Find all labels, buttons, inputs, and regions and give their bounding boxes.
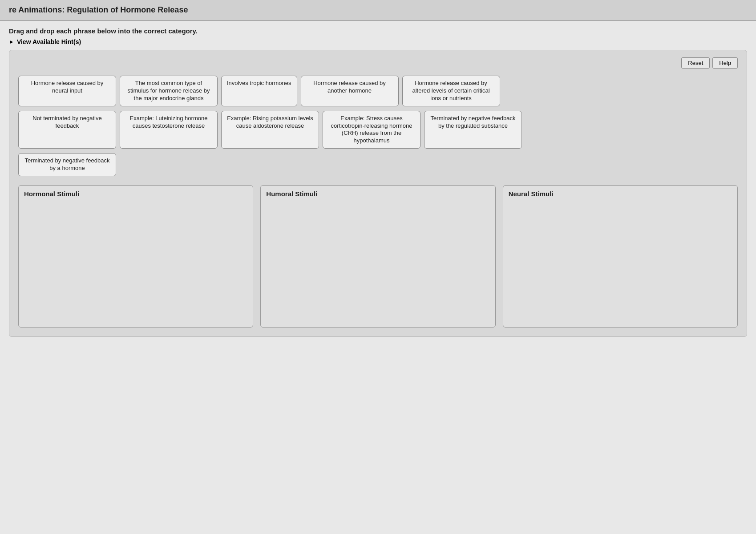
- phrase-luteinizing[interactable]: Example: Luteinizing hormone causes test…: [120, 111, 218, 149]
- phrase-ions-nutrients[interactable]: Hormone release caused by altered levels…: [402, 76, 500, 106]
- phrases-area: Hormone release caused by neural input T…: [18, 76, 738, 176]
- phrases-row-3: Terminated by negative feedback by a hor…: [18, 153, 738, 176]
- humoral-stimuli-title: Humoral Stimuli: [266, 190, 489, 198]
- reset-button[interactable]: Reset: [681, 57, 710, 69]
- drop-zones-container: Hormonal Stimuli Humoral Stimuli Neural …: [18, 185, 738, 328]
- help-button[interactable]: Help: [712, 57, 738, 69]
- phrase-stress-crh[interactable]: Example: Stress causes corticotropin-rel…: [323, 111, 420, 149]
- neural-stimuli-title: Neural Stimuli: [509, 190, 732, 198]
- main-container: Reset Help Hormone release caused by neu…: [9, 50, 747, 337]
- page-title: re Animations: Regulation of Hormone Rel…: [0, 0, 756, 21]
- phrase-another-hormone[interactable]: Hormone release caused by another hormon…: [301, 76, 399, 106]
- toolbar: Reset Help: [18, 57, 738, 69]
- phrase-potassium[interactable]: Example: Rising potassium levels cause a…: [221, 111, 319, 149]
- phrase-not-terminated[interactable]: Not terminated by negative feedback: [18, 111, 116, 149]
- drop-zone-neural[interactable]: Neural Stimuli: [503, 185, 738, 328]
- phrase-terminated-hormone[interactable]: Terminated by negative feedback by a hor…: [18, 153, 116, 176]
- phrase-terminated-regulated[interactable]: Terminated by negative feedback by the r…: [424, 111, 522, 149]
- phrases-row-2: Not terminated by negative feedback Exam…: [18, 111, 738, 149]
- hint-arrow-icon: ►: [9, 39, 14, 45]
- drop-zone-hormonal[interactable]: Hormonal Stimuli: [18, 185, 253, 328]
- hint-toggle[interactable]: ► View Available Hint(s): [0, 36, 756, 50]
- instructions-text: Drag and drop each phrase below into the…: [0, 21, 756, 36]
- phrases-row-1: Hormone release caused by neural input T…: [18, 76, 738, 106]
- hormonal-stimuli-title: Hormonal Stimuli: [24, 190, 247, 198]
- phrase-tropic-hormones[interactable]: Involves tropic hormones: [221, 76, 297, 106]
- phrase-neural-input[interactable]: Hormone release caused by neural input: [18, 76, 116, 106]
- hint-label: View Available Hint(s): [17, 38, 81, 45]
- drop-zone-humoral[interactable]: Humoral Stimuli: [260, 185, 495, 328]
- phrase-most-common[interactable]: The most common type of stimulus for hor…: [120, 76, 218, 106]
